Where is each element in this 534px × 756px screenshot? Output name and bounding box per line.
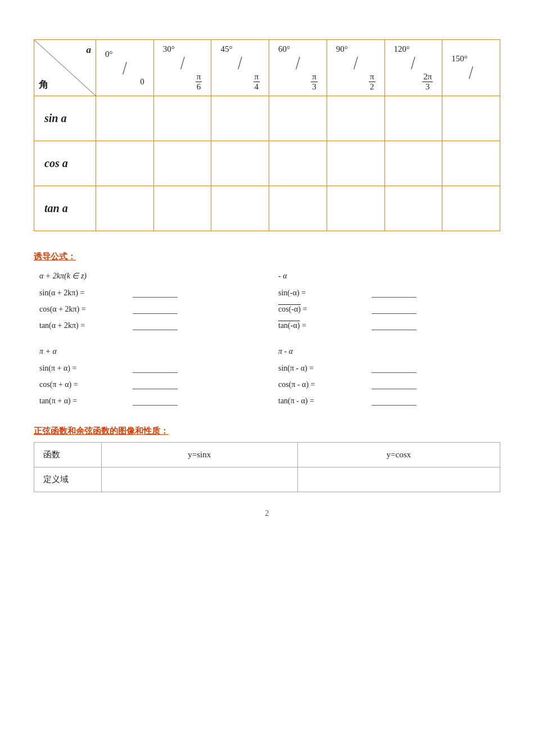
rad-0: 0 — [140, 77, 144, 87]
formula-lhs-sin-neg: sin(-α) = — [278, 285, 368, 301]
answer-tan-2kpi — [133, 321, 178, 330]
induction-subtitle-2kpi: α + 2kπ(k ∈ z) — [39, 268, 261, 284]
tan-row-header: tan a — [34, 186, 96, 231]
page-number: 2 — [34, 509, 500, 518]
answer-tan-pi-plus — [133, 397, 178, 406]
rad-90: π 2 — [369, 72, 375, 91]
induction-subtitle-neg-alpha: - α — [278, 268, 500, 284]
angle-header-cell: a 角 — [34, 40, 96, 96]
formula-lhs-cos-pi-plus: cos(π + α) = — [39, 377, 129, 393]
sin-90 — [327, 96, 384, 141]
induction-block-pi-plus: π + α sin(π + α) = cos(π + α) = tan(π + … — [39, 344, 261, 409]
induction-col2: - α sin(-α) = cos(-α) = tan(-α) = — [278, 268, 500, 415]
formula-tan-neg: tan(-α) = — [278, 318, 500, 334]
cos-120 — [384, 141, 442, 186]
formula-lhs-cos-2kpi: cos(α + 2kπ) = — [39, 302, 129, 317]
formula-tan-2kpi: tan(α + 2kπ) = — [39, 318, 261, 334]
func-row-domain: 定义域 — [34, 467, 500, 492]
deg-120: 120° — [394, 44, 410, 54]
deg-30: 30° — [163, 44, 175, 54]
col-header-120: 120° / 2π 3 — [384, 40, 442, 96]
induction-block-neg-alpha: - α sin(-α) = cos(-α) = tan(-α) = — [278, 268, 500, 334]
answer-sin-pi-minus — [372, 364, 417, 373]
answer-cos-2kpi — [133, 305, 178, 314]
deg-60: 60° — [278, 44, 290, 54]
sin-60 — [269, 96, 327, 141]
induction-col1: α + 2kπ(k ∈ z) sin(α + 2kπ) = cos(α + 2k… — [39, 268, 261, 415]
formula-lhs-tan-neg: tan(-α) = — [278, 318, 368, 334]
func-domain-sin — [102, 467, 298, 492]
answer-tan-pi-minus — [372, 397, 417, 406]
formula-lhs-sin-pi-minus: sin(π - α) = — [278, 361, 368, 376]
func-domain-cos — [297, 467, 500, 492]
rad-30: π 6 — [196, 72, 202, 91]
cos-60 — [269, 141, 327, 186]
deg-45: 45° — [220, 44, 232, 54]
angle-cell-bottom: 角 — [39, 78, 48, 91]
tan-45 — [211, 186, 269, 231]
cos-30 — [153, 141, 211, 186]
func-header-cosx: y=cosx — [297, 443, 500, 467]
rad-60: π 3 — [311, 72, 318, 91]
formula-sin-pi-minus: sin(π - α) = — [278, 361, 500, 376]
col-header-45: 45° / π 4 — [211, 40, 269, 96]
deg-0: 0° — [105, 50, 113, 59]
tan-30 — [153, 186, 211, 231]
induction-title: 诱导公式： — [34, 248, 76, 265]
answer-cos-pi-minus — [372, 380, 417, 389]
rad-45: π 4 — [254, 72, 260, 91]
col-header-60: 60° / π 3 — [269, 40, 327, 96]
cos-45 — [211, 141, 269, 186]
formula-cos-pi-minus: cos(π - α) = — [278, 377, 500, 393]
trig-table-section: a 角 0° / 0 30° / — [34, 39, 500, 231]
sin-120 — [384, 96, 442, 141]
cos-0 — [96, 141, 154, 186]
sin-30 — [153, 96, 211, 141]
formula-sin-2kpi: sin(α + 2kπ) = — [39, 285, 261, 301]
cos-150 — [442, 141, 500, 186]
formula-cos-2kpi: cos(α + 2kπ) = — [39, 302, 261, 317]
tan-90 — [327, 186, 384, 231]
sin-0 — [96, 96, 154, 141]
tan-120 — [384, 186, 442, 231]
formula-lhs-cos-neg: cos(-α) = — [278, 302, 368, 317]
formula-lhs-tan-pi-minus: tan(π - α) = — [278, 393, 368, 409]
trig-values-table: a 角 0° / 0 30° / — [34, 39, 500, 231]
col-header-30: 30° / π 6 — [153, 40, 211, 96]
formula-lhs-cos-pi-minus: cos(π - α) = — [278, 377, 368, 393]
answer-tan-neg — [372, 321, 417, 330]
cos-row: cos a — [34, 141, 500, 186]
induction-subtitle-pi-minus: π - α — [278, 344, 500, 359]
angle-cell-top: a — [87, 44, 92, 56]
func-table-title: 正弦函数和余弦函数的图像和性质： — [34, 426, 500, 436]
func-table-section: 正弦函数和余弦函数的图像和性质： 函数 y=sinx y=cosx 定义域 — [34, 426, 500, 492]
answer-sin-pi-plus — [133, 364, 178, 373]
formula-sin-neg: sin(-α) = — [278, 285, 500, 301]
col-header-150: 150° / — [442, 40, 500, 96]
tan-60 — [269, 186, 327, 231]
func-label-domain: 定义域 — [34, 467, 102, 492]
cos-row-header: cos a — [34, 141, 96, 186]
tan-150 — [442, 186, 500, 231]
formula-lhs-tan-pi-plus: tan(π + α) = — [39, 393, 129, 409]
formula-cos-neg: cos(-α) = — [278, 302, 500, 317]
formula-sin-pi-plus: sin(π + α) = — [39, 361, 261, 376]
sin-45 — [211, 96, 269, 141]
deg-150: 150° — [451, 54, 468, 64]
formula-lhs-tan-2kpi: tan(α + 2kπ) = — [39, 318, 129, 334]
sin-150 — [442, 96, 500, 141]
func-header-sinx: y=sinx — [102, 443, 298, 467]
page-number-text: 2 — [265, 509, 269, 518]
formula-cos-pi-plus: cos(π + α) = — [39, 377, 261, 393]
formula-tan-pi-minus: tan(π - α) = — [278, 393, 500, 409]
deg-90: 90° — [336, 44, 348, 54]
col-header-0: 0° / 0 — [96, 40, 154, 96]
induction-block-pi-minus: π - α sin(π - α) = cos(π - α) = tan(π - … — [278, 344, 500, 409]
rad-120: 2π 3 — [422, 72, 433, 91]
tan-row: tan a — [34, 186, 500, 231]
formula-tan-pi-plus: tan(π + α) = — [39, 393, 261, 409]
cos-90 — [327, 141, 384, 186]
tan-0 — [96, 186, 154, 231]
induction-block-2kpi: α + 2kπ(k ∈ z) sin(α + 2kπ) = cos(α + 2k… — [39, 268, 261, 334]
formula-lhs-sin-2kpi: sin(α + 2kπ) = — [39, 285, 129, 301]
